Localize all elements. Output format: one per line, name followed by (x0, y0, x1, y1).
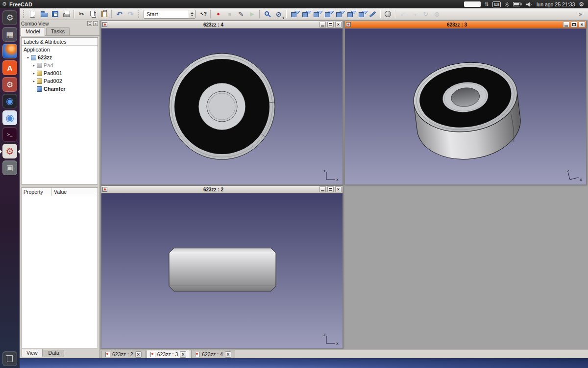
tree-item-pad001[interactable]: ▸ Pad001 (22, 69, 98, 77)
launcher-item-extra-app[interactable] (2, 160, 17, 175)
restore-icon[interactable] (327, 186, 334, 192)
nav-back-icon[interactable] (397, 9, 409, 20)
mdi-titlebar[interactable]: 623zz : 4 × (101, 21, 343, 28)
launcher-item-system-tools[interactable] (2, 77, 17, 92)
whats-this-icon[interactable] (197, 9, 209, 20)
network-updown-icon[interactable]: ⇅ (485, 1, 489, 7)
cut-icon[interactable] (76, 9, 87, 20)
view-top-icon[interactable] (311, 9, 322, 20)
combo-view-bottom-tabs: View Data (20, 350, 99, 358)
close-icon[interactable]: × (135, 351, 142, 358)
tree-item-chamfer[interactable]: Chamfer (22, 85, 98, 93)
view-front-icon[interactable] (299, 9, 311, 20)
tab-view[interactable]: View (22, 349, 43, 357)
mdi-titlebar[interactable]: 623zz : 2 × (101, 186, 343, 193)
view-left-icon[interactable] (356, 9, 367, 20)
property-column-header[interactable]: Property (22, 188, 52, 196)
workbench-selector[interactable]: Start (144, 10, 196, 19)
clock[interactable]: lun ago 25 21:33 (537, 1, 575, 7)
view-bottom-icon[interactable] (344, 9, 356, 20)
copy-icon[interactable] (87, 9, 98, 20)
indicator-pill[interactable] (464, 1, 481, 7)
close-icon[interactable]: × (335, 22, 342, 27)
panel-float-icon[interactable] (87, 21, 92, 26)
doc-tab-623zz-3[interactable]: 623zz : 3 × (147, 350, 191, 358)
restore-icon[interactable] (571, 22, 577, 27)
minimize-icon[interactable] (563, 22, 569, 27)
tree-item-pad[interactable]: ▸ Pad (22, 61, 98, 69)
combo-view-titlebar[interactable]: Combo View × (20, 20, 99, 27)
minimize-icon[interactable] (319, 186, 326, 192)
navigation-globe-icon[interactable] (382, 9, 393, 20)
toolbar-overflow-icon[interactable] (575, 9, 586, 20)
system-tray: ⇅ Es lun ago 25 21:33 ⚙ (464, 0, 588, 8)
keyboard-layout-indicator[interactable]: Es (492, 1, 501, 7)
doc-tab-623zz-4[interactable]: 623zz : 4 × (191, 350, 235, 358)
value-column-header[interactable]: Value (52, 188, 69, 196)
draw-style-icon[interactable] (273, 9, 284, 20)
pad-icon (37, 79, 42, 84)
launcher-item-files[interactable] (2, 27, 17, 42)
redo-icon[interactable] (125, 9, 136, 20)
macro-execute-icon[interactable] (246, 9, 258, 20)
tree-item-623zz[interactable]: ▾ 623zz (22, 53, 98, 61)
close-icon[interactable]: × (579, 22, 585, 27)
abort-icon[interactable] (431, 9, 442, 20)
toolbar-handle[interactable] (138, 10, 140, 18)
tab-tasks[interactable]: Tasks (46, 27, 70, 35)
paste-icon[interactable] (98, 9, 110, 20)
measure-distance-icon[interactable] (367, 9, 378, 20)
macro-stop-icon[interactable] (224, 9, 235, 20)
combo-view-panel: Combo View × Model Tasks Labels & Attrib… (20, 20, 100, 358)
view-right-icon[interactable] (322, 9, 333, 20)
launcher-item-ubuntu-software[interactable] (2, 60, 17, 75)
tree-item-pad002[interactable]: ▸ Pad002 (22, 77, 98, 85)
macro-record-icon[interactable] (213, 9, 224, 20)
close-icon[interactable]: × (180, 351, 186, 358)
volume-icon[interactable] (526, 2, 533, 7)
viewport-623zz-4[interactable]: Y X (101, 28, 343, 184)
toolbar-handle[interactable] (23, 10, 25, 18)
expander-icon[interactable]: ▸ (31, 71, 36, 76)
view-rear-icon[interactable] (333, 9, 344, 20)
tab-model[interactable]: Model (21, 27, 45, 36)
launcher-item-blue-app[interactable] (2, 94, 17, 108)
expander-icon[interactable]: ▸ (31, 63, 36, 68)
refresh-icon[interactable] (420, 9, 431, 20)
battery-icon[interactable] (513, 2, 522, 6)
svg-text:Y: Y (323, 169, 326, 173)
mdi-titlebar[interactable]: 623zz : 3 × (345, 21, 586, 28)
expander-icon[interactable]: ▸ (31, 79, 36, 83)
launcher-item-firefox[interactable] (2, 44, 17, 58)
restore-icon[interactable] (327, 22, 334, 27)
minimize-icon[interactable] (319, 22, 326, 27)
view-isometric-icon[interactable] (288, 9, 299, 20)
launcher-item-terminal[interactable] (2, 127, 17, 142)
bluetooth-icon[interactable] (505, 1, 509, 7)
open-document-icon[interactable] (38, 9, 49, 20)
expander-icon[interactable]: ▾ (25, 55, 30, 60)
launcher-item-chromium[interactable] (2, 110, 17, 125)
macro-edit-icon[interactable] (235, 9, 246, 20)
print-icon[interactable] (61, 9, 72, 20)
session-gear-icon[interactable]: ⚙ (579, 1, 584, 8)
spinner-arrows-icon[interactable] (189, 10, 195, 18)
close-icon[interactable]: × (225, 351, 231, 358)
launcher-item-dash-home[interactable] (2, 10, 17, 25)
doc-tab-623zz-2[interactable]: 623zz : 2 × (101, 350, 146, 358)
new-document-icon[interactable] (27, 9, 38, 20)
undo-icon[interactable] (114, 9, 125, 20)
close-icon[interactable]: × (335, 186, 342, 192)
tree-item-application[interactable]: Application (22, 46, 98, 53)
viewport-623zz-3[interactable]: Z X (345, 28, 586, 184)
launcher-item-freecad[interactable] (2, 144, 17, 158)
panel-close-icon[interactable]: × (93, 21, 98, 26)
fit-all-icon[interactable] (262, 9, 273, 20)
save-document-icon[interactable] (49, 9, 61, 20)
nav-forward-icon[interactable] (409, 9, 420, 20)
property-editor-body[interactable] (22, 196, 98, 348)
launcher-item-trash[interactable] (2, 351, 17, 366)
property-editor: Property Value (21, 187, 98, 348)
tab-data[interactable]: Data (44, 350, 64, 357)
viewport-623zz-2[interactable]: Z X (101, 193, 343, 348)
